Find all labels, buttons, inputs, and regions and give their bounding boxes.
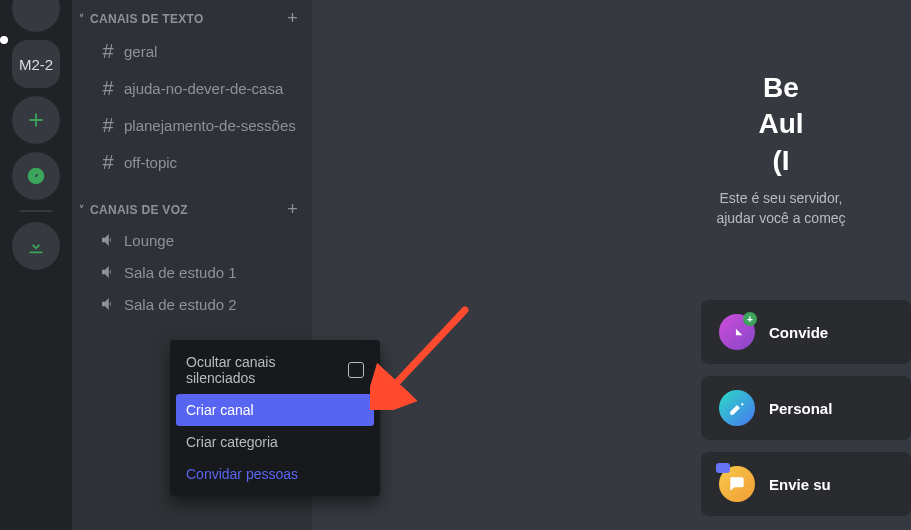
tag-badge-icon	[716, 463, 730, 473]
category-header-text[interactable]: ˅ CANAIS DE TEXTO +	[72, 0, 312, 33]
checkbox-icon[interactable]	[348, 362, 364, 378]
ctx-label: Convidar pessoas	[186, 466, 298, 482]
welcome-title: Be Aul (I	[651, 70, 911, 179]
hash-icon: #	[98, 151, 118, 174]
ctx-invite-people[interactable]: Convidar pessoas	[176, 458, 374, 490]
channel-voice-2[interactable]: Sala de estudo 2	[80, 289, 304, 319]
channel-label: planejamento-de-sessões	[124, 117, 296, 134]
channel-voice-0[interactable]: Lounge	[80, 225, 304, 255]
channel-label: ajuda-no-dever-de-casa	[124, 80, 283, 97]
channel-text-2[interactable]: #planejamento-de-sessões	[80, 108, 304, 143]
channel-voice-1[interactable]: Sala de estudo 1	[80, 257, 304, 287]
hash-icon: #	[98, 77, 118, 100]
card-label: Personal	[769, 400, 832, 417]
ctx-label: Ocultar canais silenciados	[186, 354, 348, 386]
server-icon-top[interactable]	[12, 0, 60, 32]
download-button[interactable]	[12, 222, 60, 270]
invite-icon: +	[719, 314, 755, 350]
plus-badge-icon: +	[743, 312, 757, 326]
ctx-hide-muted[interactable]: Ocultar canais silenciados	[176, 346, 374, 394]
channel-label: off-topic	[124, 154, 177, 171]
onboarding-cards: + Convide Personal Envie su	[701, 300, 911, 516]
channel-text-1[interactable]: #ajuda-no-dever-de-casa	[80, 71, 304, 106]
channel-text-0[interactable]: #geral	[80, 34, 304, 69]
main-content: Be Aul (I Este é seu servidor, ajudar vo…	[312, 0, 911, 530]
download-icon	[25, 235, 47, 257]
personalize-icon	[719, 390, 755, 426]
plus-icon	[25, 109, 47, 131]
category-label: CANAIS DE TEXTO	[90, 12, 204, 26]
add-channel-icon[interactable]: +	[287, 8, 304, 29]
server-label: M2-2	[19, 56, 53, 73]
hash-icon: #	[98, 40, 118, 63]
card-send[interactable]: Envie su	[701, 452, 911, 516]
card-label: Convide	[769, 324, 828, 341]
channel-label: Sala de estudo 2	[124, 296, 237, 313]
welcome-desc: Este é seu servidor, ajudar você a começ	[651, 189, 911, 228]
rail-divider	[20, 210, 52, 212]
channel-label: Lounge	[124, 232, 174, 249]
welcome-block: Be Aul (I Este é seu servidor, ajudar vo…	[651, 70, 911, 228]
compass-icon	[25, 165, 47, 187]
send-icon	[719, 466, 755, 502]
card-label: Envie su	[769, 476, 831, 493]
chevron-down-icon: ˅	[76, 13, 88, 24]
ctx-create-category[interactable]: Criar categoria	[176, 426, 374, 458]
context-menu: Ocultar canais silenciados Criar canal C…	[170, 340, 380, 496]
add-server-button[interactable]	[12, 96, 60, 144]
speaker-icon	[98, 263, 118, 281]
selection-pill	[0, 36, 8, 44]
channel-text-3[interactable]: #off-topic	[80, 145, 304, 180]
speaker-icon	[98, 231, 118, 249]
server-rail: M2-2	[0, 0, 72, 530]
hash-icon: #	[98, 114, 118, 137]
category-header-voice[interactable]: ˅ CANAIS DE VOZ +	[72, 191, 312, 224]
card-personalize[interactable]: Personal	[701, 376, 911, 440]
add-channel-icon[interactable]: +	[287, 199, 304, 220]
ctx-create-channel[interactable]: Criar canal	[176, 394, 374, 426]
card-invite[interactable]: + Convide	[701, 300, 911, 364]
ctx-label: Criar canal	[186, 402, 254, 418]
server-icon-selected[interactable]: M2-2	[12, 40, 60, 88]
chevron-down-icon: ˅	[76, 204, 88, 215]
speaker-icon	[98, 295, 118, 313]
explore-button[interactable]	[12, 152, 60, 200]
ctx-label: Criar categoria	[186, 434, 278, 450]
category-label: CANAIS DE VOZ	[90, 203, 188, 217]
channel-label: Sala de estudo 1	[124, 264, 237, 281]
channel-label: geral	[124, 43, 157, 60]
